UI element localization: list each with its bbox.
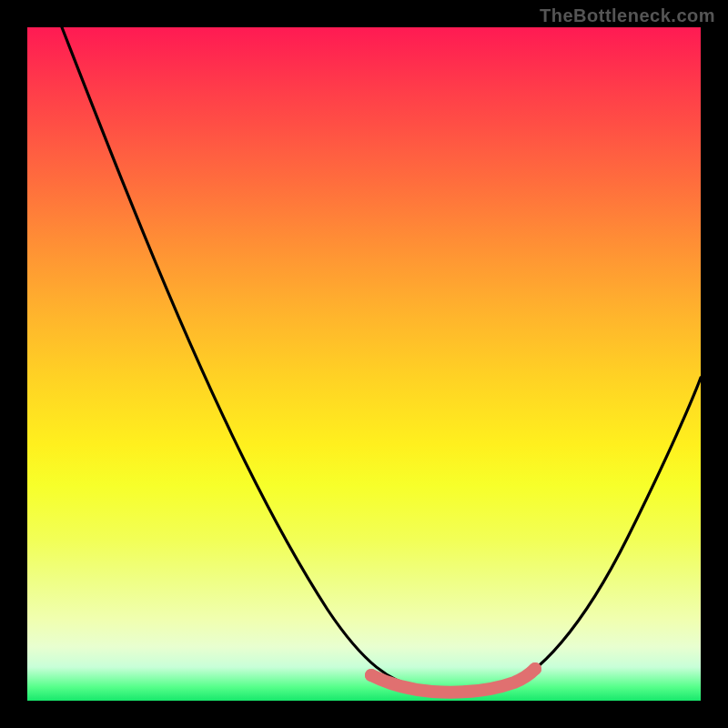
bottleneck-curve (62, 27, 701, 690)
bottom-highlight-stroke (371, 669, 535, 693)
highlight-end-right (529, 662, 541, 675)
highlight-end-left (365, 669, 378, 682)
watermark-text: TheBottleneck.com (540, 5, 715, 26)
plot-overlay (27, 27, 701, 701)
chart-frame: TheBottleneck.com (0, 0, 728, 728)
